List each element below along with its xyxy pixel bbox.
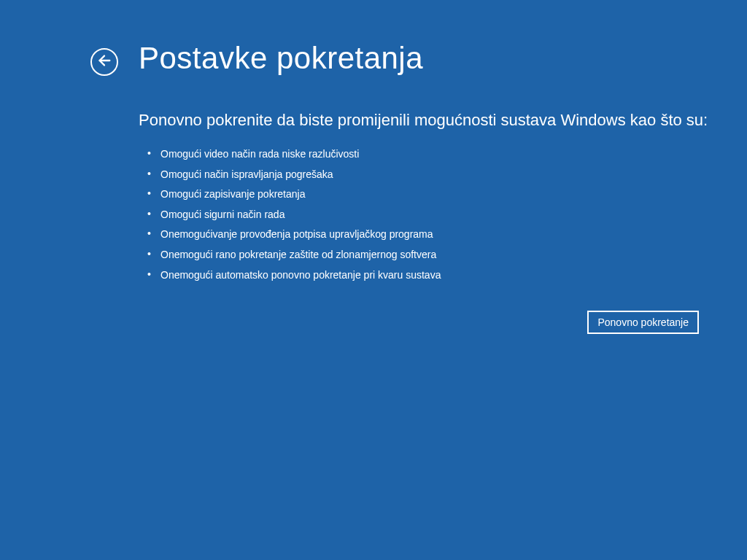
startup-options-list: Omogući video način rada niske razlučivo… — [139, 144, 718, 285]
back-button[interactable] — [90, 48, 118, 76]
restart-button[interactable]: Ponovno pokretanje — [587, 311, 699, 334]
content-area: Postavke pokretanja Ponovno pokrenite da… — [139, 41, 718, 285]
back-arrow-icon — [96, 52, 112, 71]
list-item: Omogući video način rada niske razlučivo… — [144, 144, 718, 165]
page-title: Postavke pokretanja — [139, 41, 718, 76]
list-item: Omogući sigurni način rada — [144, 205, 718, 225]
list-item: Onemogući rano pokretanje zaštite od zlo… — [144, 245, 718, 265]
list-item: Onemogući automatsko ponovno pokretanje … — [144, 265, 718, 286]
list-item: Omogući način ispravljanja pogrešaka — [144, 165, 718, 185]
list-item: Onemogućivanje provođenja potpisa upravl… — [144, 225, 718, 245]
subtitle: Ponovno pokrenite da biste promijenili m… — [139, 111, 718, 130]
list-item: Omogući zapisivanje pokretanja — [144, 184, 718, 205]
